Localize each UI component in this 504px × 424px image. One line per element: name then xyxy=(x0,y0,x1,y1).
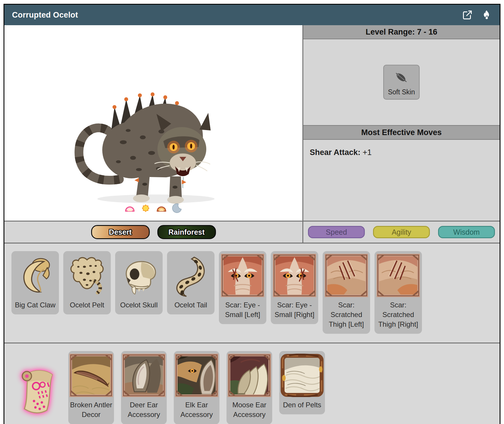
drop-label: Ocelot Tail xyxy=(174,300,207,310)
moves-list: Shear Attack: +1 xyxy=(303,140,500,221)
weakness-section: Soft Skin xyxy=(303,39,500,126)
external-link-icon[interactable] xyxy=(462,10,473,20)
drop-label: Big Cat Claw xyxy=(15,300,56,310)
biome-button-rainforest[interactable]: Rainforest xyxy=(157,225,216,239)
ocelot-skull-art xyxy=(117,254,161,297)
big-cat-claw-art xyxy=(13,254,57,297)
drop-card-deer-ear[interactable]: Deer Ear Accessory xyxy=(121,351,167,424)
moves-header: Most Effective Moves xyxy=(303,126,500,140)
drop-label: Den of Pelts xyxy=(283,400,321,410)
stat-pill-wisdom[interactable]: Wisdom xyxy=(438,226,495,238)
move-value: +1 xyxy=(363,148,372,157)
drop-label: Elk Ear Accessory xyxy=(175,400,218,419)
drop-label: Broken Antler Decor xyxy=(70,400,113,419)
drop-card-scar-eye-left[interactable]: Scar: Eye - Small [Left] xyxy=(219,251,266,324)
main-row: Level Range: 7 - 16 Soft Skin Most Effec… xyxy=(4,25,500,221)
title-bar: Corrupted Ocelot xyxy=(4,5,500,25)
dusk-icon xyxy=(156,203,167,214)
drop-card-scar-eye-right[interactable]: Scar: Eye - Small [Right] xyxy=(271,251,318,324)
ocelot-tail-art xyxy=(169,254,212,297)
titlebar-actions xyxy=(462,10,492,20)
biome-list: Desert Rainforest xyxy=(4,222,302,243)
info-panel: Level Range: 7 - 16 Soft Skin Most Effec… xyxy=(302,25,500,221)
night-icon xyxy=(172,203,183,214)
weakness-label: Soft Skin xyxy=(388,88,415,96)
drop-card-den-of-pelts[interactable]: Den of Pelts xyxy=(279,351,325,414)
den-of-pelts-art xyxy=(280,354,324,397)
day-icon xyxy=(140,203,151,214)
drop-label: Ocelot Skull xyxy=(120,300,158,310)
drop-card-scar-thigh-left[interactable]: Scar: Scratched Thigh [Left] xyxy=(323,251,370,334)
drop-label: Moose Ear Accessory xyxy=(228,400,271,419)
moose-ear-art xyxy=(228,354,271,397)
broken-antler-art xyxy=(69,354,113,397)
scar-eye-right-art xyxy=(273,254,316,297)
drop-label: Scar: Eye - Small [Left] xyxy=(220,300,265,319)
dawn-icon xyxy=(124,203,135,214)
drop-label: Deer Ear Accessory xyxy=(122,400,165,419)
drop-card-ocelot-tail[interactable]: Ocelot Tail xyxy=(167,251,214,314)
drop-label: Ocelot Pelt xyxy=(70,300,104,310)
drop-card-ocelot-pelt[interactable]: Ocelot Pelt xyxy=(63,251,111,314)
drop-label: Scar: Eye - Small [Right] xyxy=(272,300,317,319)
page-title: Corrupted Ocelot xyxy=(12,11,78,20)
deer-ear-art xyxy=(122,354,166,397)
drop-card-elk-ear[interactable]: Elk Ear Accessory xyxy=(174,351,219,424)
level-range-header: Level Range: 7 - 16 xyxy=(303,25,500,39)
scar-thigh-left-art xyxy=(325,254,368,297)
enemy-info-window: Corrupted Ocelot xyxy=(4,4,500,424)
move-name: Shear Attack: xyxy=(310,148,360,157)
stat-pill-agility[interactable]: Agility xyxy=(373,226,430,238)
drop-label: Scar: Scratched Thigh [Right] xyxy=(376,300,420,329)
drop-card-scar-thigh-right[interactable]: Scar: Scratched Thigh [Right] xyxy=(374,251,422,334)
active-times xyxy=(124,203,183,214)
drop-label: Scar: Scratched Thigh [Left] xyxy=(324,300,369,329)
scar-eye-left-art xyxy=(221,254,264,297)
drop-card-broken-antler[interactable]: Broken Antler Decor xyxy=(68,351,114,424)
ocelot-pelt-art xyxy=(65,254,109,297)
flame-icon[interactable] xyxy=(481,10,492,20)
quest-scroll-icon[interactable] xyxy=(16,367,58,417)
meta-row: Desert Rainforest Speed Agility Wisdom xyxy=(4,221,500,243)
drop-card-moose-ear[interactable]: Moose Ear Accessory xyxy=(227,351,272,424)
drop-card-big-cat-claw[interactable]: Big Cat Claw xyxy=(11,251,59,314)
quest-scroll-slot xyxy=(13,367,61,417)
scar-thigh-right-art xyxy=(377,254,420,297)
special-drops-section: Broken Antler Decor Deer Ear Accessory xyxy=(4,343,500,424)
stat-list: Speed Agility Wisdom xyxy=(302,222,500,243)
corrupted-ocelot-image xyxy=(66,53,241,206)
elk-ear-art xyxy=(175,354,218,397)
biome-button-desert[interactable]: Desert xyxy=(91,225,150,239)
drop-card-ocelot-skull[interactable]: Ocelot Skull xyxy=(115,251,163,314)
drops-section: Big Cat Claw Ocelot Pelt xyxy=(4,243,500,343)
weakness-soft-skin[interactable]: Soft Skin xyxy=(383,65,420,100)
creature-panel xyxy=(4,25,302,221)
feather-icon xyxy=(393,69,410,86)
stat-pill-speed[interactable]: Speed xyxy=(308,226,365,238)
